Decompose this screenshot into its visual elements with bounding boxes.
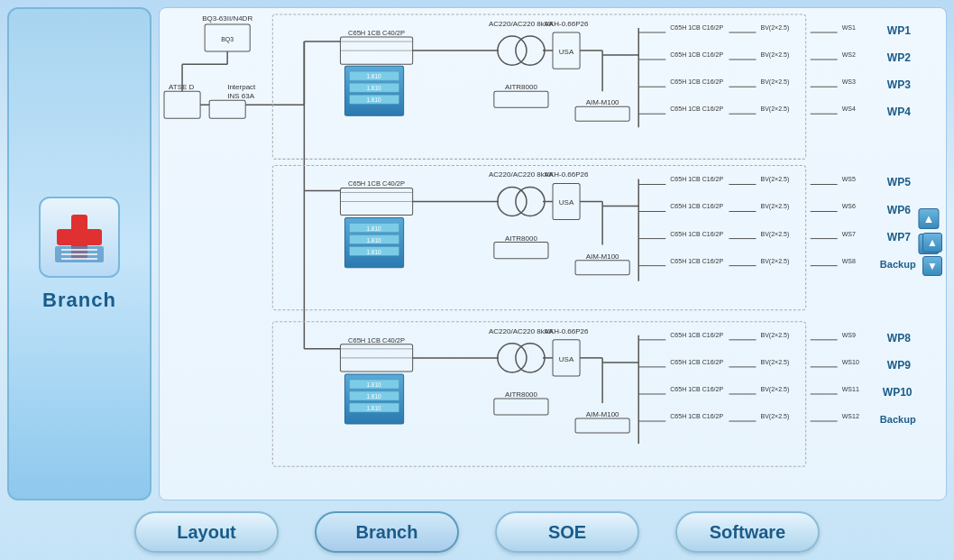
svg-text:AKH-0.66P26: AKH-0.66P26 — [545, 20, 589, 28]
svg-rect-13 — [209, 100, 245, 118]
svg-text:WS12: WS12 — [842, 413, 859, 419]
left-panel: Branch — [7, 7, 151, 500]
svg-text:BV(2×2.5): BV(2×2.5) — [761, 51, 790, 59]
svg-text:AIM-M100: AIM-M100 — [586, 252, 619, 261]
svg-text:WP10: WP10 — [883, 386, 913, 399]
svg-text:ATSE D: ATSE D — [169, 83, 195, 91]
scroll-buttons: ▲ ▼ — [922, 233, 942, 276]
svg-text:BV(2×2.5): BV(2×2.5) — [761, 24, 790, 32]
svg-text:1.810: 1.810 — [366, 405, 381, 411]
svg-text:WP9: WP9 — [887, 359, 911, 372]
svg-text:C65H 1CB C40/2P: C65H 1CB C40/2P — [348, 336, 405, 344]
svg-point-139 — [498, 344, 527, 372]
svg-point-84 — [516, 187, 545, 216]
svg-text:AIM-M100: AIM-M100 — [586, 410, 619, 418]
svg-text:WS6: WS6 — [842, 204, 856, 210]
svg-text:WP3: WP3 — [887, 78, 911, 91]
svg-text:WS9: WS9 — [842, 332, 856, 338]
nav-soe-button[interactable]: SOE — [495, 511, 639, 553]
svg-rect-46 — [494, 91, 548, 107]
svg-text:AITR8000: AITR8000 — [505, 390, 538, 399]
svg-text:WP5: WP5 — [887, 176, 911, 188]
svg-text:▲: ▲ — [923, 212, 935, 225]
svg-text:WS10: WS10 — [842, 359, 859, 365]
svg-text:1.810: 1.810 — [366, 393, 381, 399]
svg-rect-102 — [494, 243, 548, 259]
svg-text:C65H 1CB C16/2P: C65H 1CB C16/2P — [670, 24, 723, 31]
svg-text:BV(2×2.5): BV(2×2.5) — [761, 231, 790, 238]
svg-text:BV(2×2.5): BV(2×2.5) — [761, 332, 790, 339]
svg-text:BV(2×2.5): BV(2×2.5) — [761, 176, 790, 183]
svg-text:WS2: WS2 — [842, 51, 856, 58]
svg-text:AITR8000: AITR8000 — [505, 234, 538, 243]
svg-text:BV(2×2.5): BV(2×2.5) — [761, 78, 790, 86]
svg-text:BV(2×2.5): BV(2×2.5) — [761, 106, 790, 113]
svg-text:WS5: WS5 — [842, 176, 856, 182]
svg-text:C65H 1CB C16/2P: C65H 1CB C16/2P — [670, 78, 723, 85]
svg-text:C65H 1CB C16/2P: C65H 1CB C16/2P — [670, 231, 723, 237]
svg-rect-1 — [57, 229, 102, 245]
svg-text:WP2: WP2 — [887, 51, 911, 64]
scroll-down-button[interactable]: ▼ — [922, 256, 942, 276]
nav-software-button[interactable]: Software — [675, 511, 820, 553]
svg-text:C65H 1CB C16/2P: C65H 1CB C16/2P — [670, 413, 723, 419]
svg-text:1.810: 1.810 — [366, 73, 381, 79]
nav-layout-button[interactable]: Layout — [134, 511, 279, 553]
svg-text:C65H 1CB C16/2P: C65H 1CB C16/2P — [670, 359, 723, 365]
svg-text:WP7: WP7 — [887, 231, 911, 243]
svg-text:AITR8000: AITR8000 — [505, 83, 538, 91]
svg-point-83 — [498, 187, 527, 216]
svg-text:WS1: WS1 — [842, 24, 856, 31]
svg-point-140 — [516, 344, 545, 372]
scroll-up-button[interactable]: ▲ — [922, 233, 942, 252]
branch-panel-label: Branch — [42, 289, 116, 312]
svg-text:Interpact: Interpact — [227, 83, 256, 91]
svg-text:WS8: WS8 — [842, 258, 856, 264]
svg-text:BV(2×2.5): BV(2×2.5) — [761, 413, 790, 420]
svg-point-27 — [498, 36, 527, 65]
svg-point-28 — [516, 36, 545, 65]
svg-text:WP1: WP1 — [887, 24, 911, 37]
svg-text:BV(2×2.5): BV(2×2.5) — [761, 258, 790, 265]
svg-text:C65H 1CB C16/2P: C65H 1CB C16/2P — [670, 258, 723, 264]
svg-text:C65H 1CB C40/2P: C65H 1CB C40/2P — [348, 179, 405, 188]
svg-text:C65H 1CB C16/2P: C65H 1CB C16/2P — [670, 106, 723, 112]
svg-text:C65H 1CB C16/2P: C65H 1CB C16/2P — [670, 51, 723, 58]
svg-text:BQ3-63II/N4DR: BQ3-63II/N4DR — [202, 14, 252, 23]
svg-text:INS 63A: INS 63A — [227, 92, 254, 100]
svg-text:USA: USA — [559, 198, 574, 207]
svg-text:BQ3: BQ3 — [221, 36, 234, 43]
svg-rect-106 — [575, 261, 629, 275]
svg-text:AKH-0.66P26: AKH-0.66P26 — [545, 170, 589, 179]
svg-text:AIM-M100: AIM-M100 — [586, 98, 619, 106]
svg-text:C65H 1CB C16/2P: C65H 1CB C16/2P — [670, 176, 723, 182]
svg-text:WS7: WS7 — [842, 231, 856, 237]
svg-text:1.810: 1.810 — [366, 225, 381, 232]
branch-icon — [39, 197, 120, 278]
svg-text:BV(2×2.5): BV(2×2.5) — [761, 386, 790, 393]
diagram-area: BQ3-63II/N4DR BQ3 ATSE D Interpact INS 6… — [159, 7, 947, 500]
nav-branch-button[interactable]: Branch — [315, 511, 459, 553]
svg-text:WS4: WS4 — [842, 106, 856, 112]
svg-text:WP8: WP8 — [887, 332, 911, 344]
svg-text:WS11: WS11 — [842, 386, 859, 392]
svg-text:WS3: WS3 — [842, 78, 856, 85]
svg-text:USA: USA — [559, 48, 574, 56]
svg-rect-10 — [164, 91, 200, 118]
svg-text:BV(2×2.5): BV(2×2.5) — [761, 359, 790, 366]
svg-text:C65H 1CB C16/2P: C65H 1CB C16/2P — [670, 204, 723, 210]
svg-text:1.810: 1.810 — [366, 85, 381, 91]
bottom-nav: Layout Branch SOE Software — [0, 504, 954, 560]
svg-text:BV(2×2.5): BV(2×2.5) — [761, 204, 790, 211]
svg-text:1.810: 1.810 — [366, 96, 381, 103]
svg-text:C65H 1CB C16/2P: C65H 1CB C16/2P — [670, 332, 723, 338]
svg-text:AKH-0.66P26: AKH-0.66P26 — [545, 327, 589, 335]
svg-text:Backup: Backup — [880, 259, 916, 270]
svg-text:WP6: WP6 — [887, 204, 911, 216]
svg-rect-158 — [494, 399, 548, 415]
svg-rect-162 — [575, 418, 629, 433]
svg-text:Backup: Backup — [880, 414, 916, 425]
svg-text:1.810: 1.810 — [366, 381, 381, 388]
svg-text:WP4: WP4 — [887, 106, 911, 118]
svg-text:USA: USA — [559, 355, 574, 363]
